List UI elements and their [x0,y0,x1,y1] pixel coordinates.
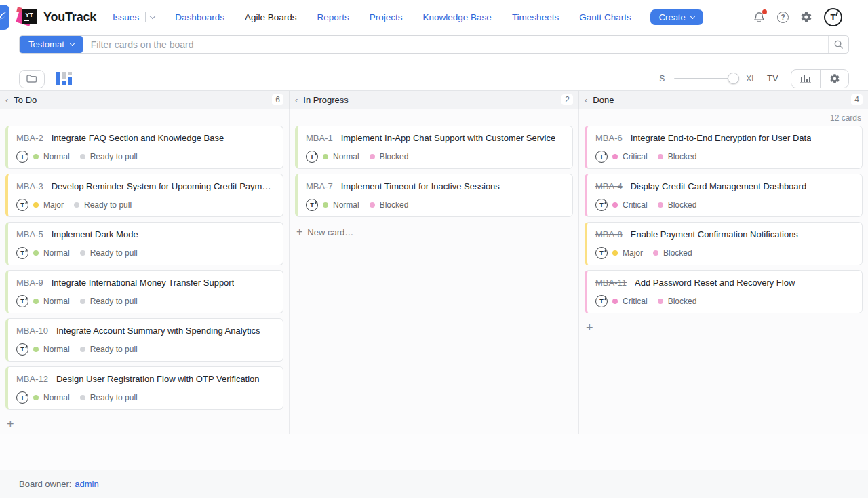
youtrack-logo-icon[interactable]: YT [19,8,37,26]
collapse-column-icon[interactable]: ‹ [295,95,298,105]
user-avatar[interactable]: T [824,8,842,26]
state-label: Blocked [668,296,697,306]
notifications-bell-icon[interactable] [753,11,766,24]
nav-item-label: Dashboards [175,12,224,22]
issue-card[interactable]: MBA-6Integrate End-to-End Encryption for… [585,126,863,169]
issue-id[interactable]: MBA-4 [595,181,623,192]
card-size-slider[interactable] [674,78,736,79]
assignee-avatar[interactable]: T [595,199,608,211]
issue-card[interactable]: MBA-2Integrate FAQ Section and Knowledge… [5,126,283,169]
issue-card[interactable]: MBA-8Enable Payment Confirmation Notific… [585,222,863,265]
board-owner-label: Board owner: [19,479,71,489]
issue-card[interactable]: MBA-11Add Password Reset and Recovery Fl… [585,270,863,313]
collapse-column-icon[interactable]: ‹ [5,95,8,105]
assignee-avatar[interactable]: T [306,199,318,211]
help-icon[interactable]: ? [777,12,789,23]
card-title-row: MBA-2Integrate FAQ Section and Knowledge… [16,133,275,144]
issue-id[interactable]: MBA-11 [595,277,627,288]
board-selector-button[interactable]: Testomat [20,36,83,53]
search-button[interactable] [828,36,848,53]
assignee-avatar[interactable]: T [16,247,28,259]
column-header-to-do: ‹To Do6 [0,91,290,109]
priority-icon [33,154,39,159]
board-view-icon[interactable] [56,72,72,85]
board-columns: MBA-2Integrate FAQ Section and Knowledge… [0,109,868,434]
add-card-button[interactable]: + [5,415,16,434]
nav-item-projects[interactable]: Projects [370,12,403,22]
issue-id[interactable]: MBA-7 [306,181,333,192]
column-top-gap [295,109,573,126]
priority-icon [612,154,618,159]
issue-id[interactable]: MBA-2 [16,133,43,144]
assignee-avatar[interactable]: T [16,151,28,163]
nav-item-label: Knowledge Base [423,12,492,22]
assignee-avatar[interactable]: T [16,199,28,211]
nav-item-agile-boards[interactable]: Agile Boards [245,12,297,22]
issue-card[interactable]: MBA-12Design User Registration Flow with… [5,366,283,410]
nav-item-timesheets[interactable]: Timesheets [512,12,559,22]
state-label: Ready to pull [90,296,138,306]
priority-icon [33,250,39,256]
assignee-avatar[interactable]: T [595,295,608,307]
filter-cards-input[interactable] [83,36,828,53]
state-icon [658,299,663,304]
issue-id[interactable]: MBA-8 [595,229,623,240]
issue-id[interactable]: MBA-5 [16,229,43,240]
nav-item-gantt-charts[interactable]: Gantt Charts [579,12,631,22]
issue-id[interactable]: MBA-12 [16,374,48,385]
issue-card[interactable]: MBA-7Implement Timeout for Inactive Sess… [295,174,573,217]
assignee-avatar[interactable]: T [16,295,28,307]
assignee-avatar[interactable]: T [16,391,28,404]
state-icon [370,202,375,208]
state-icon [370,154,375,159]
state-label: Ready to pull [90,152,138,161]
state-icon [80,299,85,304]
slider-handle[interactable] [728,73,739,84]
column-card-count: 6 [272,94,283,105]
issue-card[interactable]: MBA-4Display Credit Card Management Dash… [585,174,863,217]
card-title-row: MBA-6Integrate End-to-End Encryption for… [595,133,854,144]
board-settings-button[interactable] [820,70,848,88]
issue-id[interactable]: MBA-10 [16,326,48,337]
assignee-avatar[interactable]: T [306,151,318,163]
collapse-column-icon[interactable]: ‹ [585,95,587,105]
issue-card[interactable]: MBA-3Develop Reminder System for Upcomin… [5,174,283,217]
create-button-label: Create [659,12,686,22]
chevron-down-icon[interactable] [150,13,155,18]
tv-mode-button[interactable]: TV [767,74,778,83]
assignee-avatar[interactable]: T [16,343,28,356]
new-card-button[interactable]: +New card… [295,222,355,242]
state-icon [658,202,663,208]
folder-button[interactable] [19,70,45,88]
create-button[interactable]: Create [650,9,703,25]
issue-card[interactable]: MBA-1Implement In-App Chat Support with … [295,126,573,169]
card-title-row: MBA-8Enable Payment Confirmation Notific… [595,229,854,240]
nav-item-reports[interactable]: Reports [317,12,349,22]
card-meta-row: TCriticalBlocked [595,199,854,211]
issue-card[interactable]: MBA-10Integrate Account Summary with Spe… [5,318,283,362]
add-card-button[interactable]: + [585,318,595,337]
priority-icon [33,299,39,304]
issue-id[interactable]: MBA-6 [595,133,623,144]
card-size-controls: S XL TV [659,69,849,88]
settings-gear-icon[interactable] [800,11,812,23]
new-card-label: New card… [307,227,353,237]
issue-title: Enable Payment Confirmation Notification… [631,229,798,240]
chart-report-button[interactable] [791,70,820,88]
assignee-avatar[interactable]: T [595,151,608,163]
column-header-done: ‹Done4 [579,91,868,109]
nav-item-dashboards[interactable]: Dashboards [175,12,224,22]
issue-card[interactable]: MBA-9Integrate International Money Trans… [5,270,283,313]
board-owner-link[interactable]: admin [75,479,98,489]
nav-item-knowledge-base[interactable]: Knowledge Base [423,12,492,22]
nav-item-issues[interactable]: Issues [113,12,155,22]
issue-id[interactable]: MBA-3 [16,181,43,192]
assignee-avatar[interactable]: T [595,247,608,259]
board-column-to-do: MBA-2Integrate FAQ Section and Knowledge… [0,109,290,434]
priority-label: Major [43,200,64,210]
sidebar-toggle-button[interactable] [0,5,9,30]
chevron-down-icon [690,14,695,18]
issue-card[interactable]: MBA-5Implement Dark ModeTNormalReady to … [5,222,283,265]
issue-id[interactable]: MBA-9 [16,277,43,288]
issue-id[interactable]: MBA-1 [306,133,333,144]
